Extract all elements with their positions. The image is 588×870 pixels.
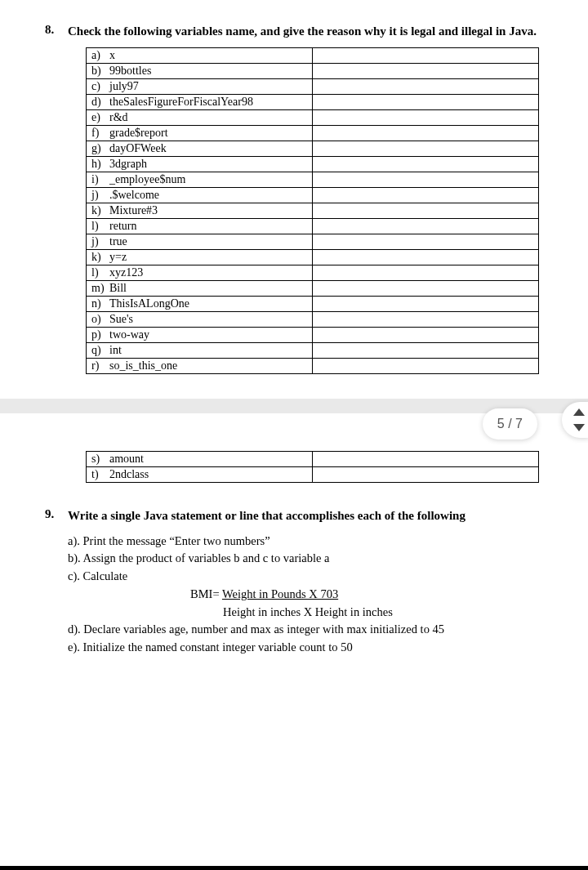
- q9-subitems: a). Print the message “Enter two numbers…: [68, 533, 555, 657]
- row-letter: h): [91, 158, 109, 171]
- variable-cell: f)grade$report: [87, 126, 313, 141]
- table-row: d)theSalesFigureForFiscalYear98: [87, 95, 539, 110]
- table-row: n)ThisIsALongOne: [87, 297, 539, 312]
- variable-name: dayOFWeek: [109, 142, 167, 155]
- reason-cell: [313, 157, 539, 172]
- variable-cell: m)Bill: [87, 281, 313, 297]
- row-letter: l): [91, 266, 109, 279]
- q9-bmi-line1: BMI= Weight in Pounds X 703: [190, 586, 555, 604]
- reason-cell: [313, 250, 539, 265]
- page-bottom: s)amountt)2ndclass 9. Write a single Jav…: [0, 413, 588, 673]
- row-letter: t): [91, 468, 109, 481]
- variable-cell: c)july97: [87, 79, 313, 95]
- row-letter: f): [91, 127, 109, 140]
- reason-cell: [313, 452, 539, 467]
- variable-cell: l)xyz123: [87, 265, 313, 281]
- variable-name: int: [109, 344, 122, 357]
- reason-cell: [313, 126, 539, 141]
- variable-name: true: [109, 235, 127, 248]
- reason-cell: [313, 281, 539, 297]
- q9-bmi-line2: Height in inches X Height in inches: [223, 604, 555, 622]
- q9-bmi-lhs: BMI=: [190, 587, 222, 600]
- table-row: r)so_is_this_one: [87, 359, 539, 374]
- row-letter: b): [91, 65, 109, 78]
- row-letter: k): [91, 251, 109, 264]
- table-row: f)grade$report: [87, 126, 539, 141]
- reason-cell: [313, 343, 539, 359]
- table-row: m)Bill: [87, 281, 539, 297]
- row-letter: p): [91, 328, 109, 341]
- table-row: t)2ndclass: [87, 467, 539, 483]
- page-top: 8. Check the following variables name, a…: [0, 0, 588, 399]
- variable-name: Bill: [109, 282, 127, 295]
- q9-number: 9.: [45, 507, 68, 521]
- variable-cell: q)int: [87, 343, 313, 359]
- q9-item-c: c). Calculate: [68, 568, 555, 586]
- variable-cell: t)2ndclass: [87, 467, 313, 483]
- table-row: c)july97: [87, 79, 539, 95]
- variable-name: grade$report: [109, 127, 168, 140]
- row-letter: n): [91, 297, 109, 310]
- q9-item-a: a). Print the message “Enter two numbers…: [68, 533, 555, 551]
- variable-name: two-way: [109, 328, 149, 341]
- row-letter: k): [91, 204, 109, 217]
- row-letter: e): [91, 111, 109, 124]
- row-letter: g): [91, 142, 109, 155]
- reason-cell: [313, 359, 539, 374]
- variable-name: amount: [109, 453, 144, 466]
- reason-cell: [313, 328, 539, 343]
- table-row: q)int: [87, 343, 539, 359]
- reason-cell: [313, 48, 539, 64]
- table-row: k)Mixture#3: [87, 203, 539, 219]
- variable-cell: n)ThisIsALongOne: [87, 297, 313, 312]
- row-letter: j): [91, 235, 109, 248]
- variable-cell: o)Sue's: [87, 312, 313, 328]
- variable-name: 2ndclass: [109, 468, 149, 481]
- variable-name: r&d: [109, 111, 128, 124]
- table-row: b)99bottles: [87, 64, 539, 79]
- table-row: j).$welcome: [87, 188, 539, 203]
- page-down-button[interactable]: [573, 424, 585, 431]
- page-up-button[interactable]: [573, 408, 585, 416]
- variable-name: theSalesFigureForFiscalYear98: [109, 96, 253, 109]
- q9-item-b: b). Assign the product of variables b an…: [68, 550, 555, 568]
- reason-cell: [313, 297, 539, 312]
- variable-cell: a)x: [87, 48, 313, 64]
- q9-item-e: e). Initialize the named constant intege…: [68, 639, 555, 657]
- variable-name: Mixture#3: [109, 204, 158, 217]
- variable-name: y=z: [109, 251, 127, 264]
- variable-cell: h)3dgraph: [87, 157, 313, 172]
- table-row: o)Sue's: [87, 312, 539, 328]
- row-letter: j): [91, 189, 109, 202]
- reason-cell: [313, 467, 539, 483]
- table-row: h)3dgraph: [87, 157, 539, 172]
- row-letter: q): [91, 344, 109, 357]
- page-indicator: 5 / 7: [483, 408, 537, 439]
- reason-cell: [313, 141, 539, 157]
- variable-cell: k)y=z: [87, 250, 313, 265]
- table-row: p)two-way: [87, 328, 539, 343]
- variable-name: xyz123: [109, 266, 143, 279]
- variable-name: _employee$num: [109, 173, 185, 186]
- table-row: s)amount: [87, 452, 539, 467]
- variable-cell: d)theSalesFigureForFiscalYear98: [87, 95, 313, 110]
- variable-name: 99bottles: [109, 65, 151, 78]
- variable-cell: e)r&d: [87, 110, 313, 126]
- variable-cell: l)return: [87, 219, 313, 234]
- reason-cell: [313, 265, 539, 281]
- variable-name: ThisIsALongOne: [109, 297, 189, 310]
- table-row: l)return: [87, 219, 539, 234]
- variable-name: Sue's: [109, 313, 133, 326]
- variable-cell: j).$welcome: [87, 188, 313, 203]
- q9-item-d: d). Declare variables age, number and ma…: [68, 621, 555, 639]
- question-8: 8. Check the following variables name, a…: [45, 23, 555, 39]
- row-letter: m): [91, 282, 109, 295]
- row-letter: c): [91, 80, 109, 93]
- reason-cell: [313, 188, 539, 203]
- reason-cell: [313, 79, 539, 95]
- reason-cell: [313, 110, 539, 126]
- variable-name: 3dgraph: [109, 158, 147, 171]
- variable-cell: i)_employee$num: [87, 172, 313, 188]
- variable-cell: b)99bottles: [87, 64, 313, 79]
- row-letter: o): [91, 313, 109, 326]
